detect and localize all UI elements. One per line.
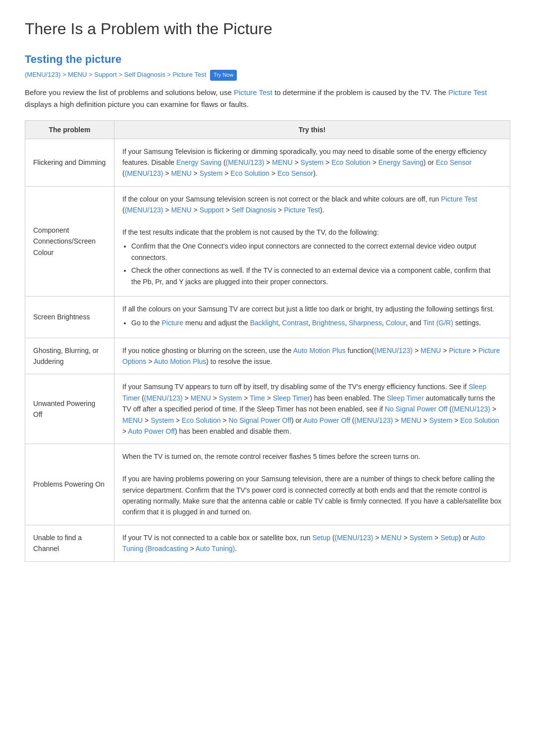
- problem-label: Problems Powering On: [25, 444, 114, 525]
- problem-label: Flickering and Dimming: [25, 139, 114, 186]
- problem-label: Screen Brightness: [25, 296, 114, 338]
- table-row: Flickering and Dimming If your Samsung T…: [25, 139, 510, 186]
- table-row: Unable to find a Channel If your TV is n…: [25, 525, 510, 561]
- intro-text: Before you review the list of problems a…: [25, 87, 510, 110]
- section-title: Testing the picture: [25, 53, 510, 66]
- problem-label: Unwanted Powering Off: [25, 374, 114, 444]
- table-row: Unwanted Powering Off If your Samsung TV…: [25, 374, 510, 444]
- solution-text: If the colour on your Samsung television…: [114, 186, 510, 296]
- solution-text: If your Samsung Television is flickering…: [114, 139, 510, 186]
- problem-label: Ghosting, Blurring, or Juddering: [25, 338, 114, 374]
- problem-label: Unable to find a Channel: [25, 525, 114, 561]
- breadcrumb: (MENU/123) > MENU > Support > Self Diagn…: [25, 70, 510, 81]
- page-title: There Is a Problem with the Picture: [25, 20, 510, 38]
- solution-text: If your Samsung TV appears to turn off b…: [114, 374, 510, 444]
- col-solution: Try this!: [114, 120, 510, 139]
- table-row: Ghosting, Blurring, or Juddering If you …: [25, 338, 510, 374]
- solution-text: When the TV is turned on, the remote con…: [114, 444, 510, 525]
- solution-text: If you notice ghosting or blurring on th…: [114, 338, 510, 374]
- solution-text: If your TV is not connected to a cable b…: [114, 525, 510, 561]
- solution-text: If all the colours on your Samsung TV ar…: [114, 296, 510, 338]
- problems-table: The problem Try this! Flickering and Dim…: [25, 120, 510, 562]
- table-row: Screen Brightness If all the colours on …: [25, 296, 510, 338]
- try-now-badge[interactable]: Try Now: [210, 70, 237, 81]
- table-row: Problems Powering On When the TV is turn…: [25, 444, 510, 525]
- col-problem: The problem: [25, 120, 114, 139]
- problem-label: Component Connections/Screen Colour: [25, 186, 114, 296]
- table-row: Component Connections/Screen Colour If t…: [25, 186, 510, 296]
